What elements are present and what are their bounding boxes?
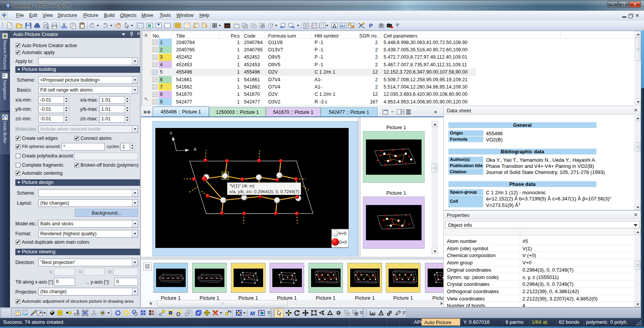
svg-text:c: c bbox=[170, 130, 172, 136]
svg-text:Fe: Fe bbox=[228, 310, 231, 313]
svg-text:O+0: O+0 bbox=[339, 240, 347, 244]
svg-text:V+0: V+0 bbox=[339, 231, 346, 236]
svg-text:a: a bbox=[194, 146, 196, 152]
